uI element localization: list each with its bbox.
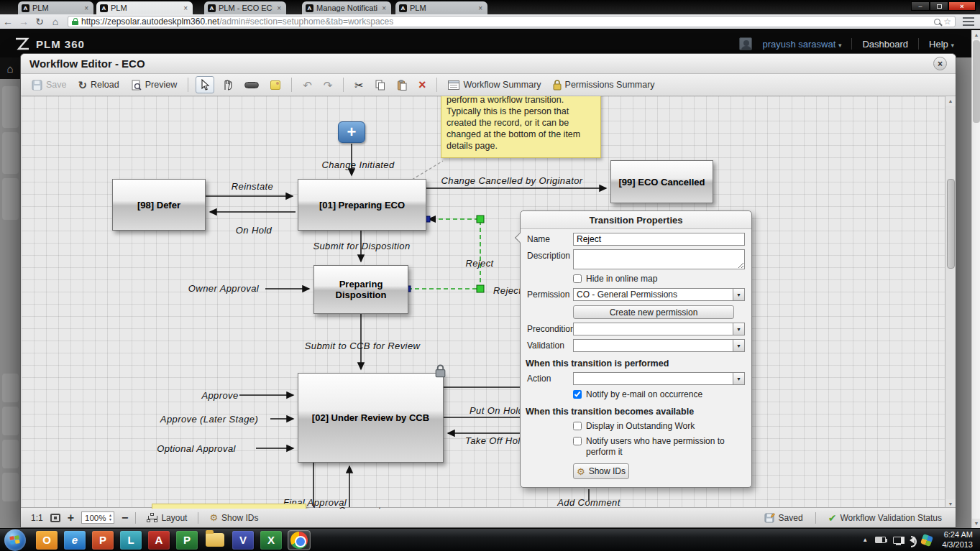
save-button[interactable]: Save <box>28 78 70 93</box>
security-icon[interactable] <box>920 534 933 547</box>
actual-size-button[interactable]: 1:1 <box>31 513 43 523</box>
back-icon[interactable]: ← <box>0 16 16 27</box>
acrobat-icon[interactable]: A <box>148 531 170 550</box>
dropdown-arrow-icon[interactable]: ▼ <box>733 323 744 335</box>
forward-icon[interactable]: → <box>16 16 32 27</box>
sticky-note-bottom[interactable] <box>152 504 306 509</box>
home-nav-icon[interactable]: ⌂ <box>0 57 20 79</box>
cut-button[interactable]: ✂ <box>351 78 367 93</box>
delete-button[interactable]: × <box>415 76 430 93</box>
tab-close-icon[interactable]: × <box>477 4 484 12</box>
zoom-out-button[interactable]: − <box>122 511 128 524</box>
state-node-defer[interactable]: [98] Defer <box>112 179 206 231</box>
workflow-canvas[interactable]: perform a workflow transition. Typically… <box>22 96 945 509</box>
transition-label-reject[interactable]: Reject <box>465 258 493 269</box>
state-node-preparing-eco[interactable]: [01] Preparing ECO <box>298 179 426 231</box>
user-avatar[interactable] <box>739 37 752 50</box>
workflow-summary-button[interactable]: Workflow Summary <box>444 78 544 92</box>
browser-tab-2-active[interactable]: A PLM × <box>96 1 193 14</box>
add-note-button[interactable] <box>267 78 284 92</box>
permissions-summary-button[interactable]: Permissions Summary <box>549 78 659 93</box>
browser-tab-5[interactable]: A PLM × <box>395 1 487 14</box>
fit-to-screen-icon[interactable] <box>50 514 60 522</box>
powerpoint-icon[interactable]: P <box>92 531 114 550</box>
transition-label-put-on-hold[interactable]: Put On Hold <box>470 405 523 416</box>
browser-tab-3[interactable]: A PLM - ECO ECO-000 × <box>204 1 286 14</box>
user-menu[interactable]: prayush saraswat ▾ <box>762 39 841 50</box>
state-node-under-review-ccb[interactable]: [02] Under Review by CCB <box>298 373 444 463</box>
lync-icon[interactable]: L <box>120 531 142 550</box>
transition-label-approve-later[interactable]: Approve (Later Stage) <box>160 414 258 425</box>
preview-button[interactable]: Preview <box>127 78 180 93</box>
browser-tab-1[interactable]: A PLM × <box>18 1 93 14</box>
window-restore-button[interactable] <box>930 1 948 11</box>
transition-label-change-cancelled[interactable]: Change Cancelled by Originator <box>441 175 583 186</box>
home-icon[interactable]: ⌂ <box>47 16 63 27</box>
bookmark-star-icon[interactable]: ☆ <box>943 17 951 27</box>
transition-label-approve[interactable]: Approve <box>201 390 238 401</box>
taskbar-clock[interactable]: 6:24 AM 4/3/2013 <box>942 530 973 550</box>
add-start-state-button[interactable]: + <box>338 121 365 143</box>
transition-label-reject-2[interactable]: Reject <box>493 285 521 296</box>
dialog-close-button[interactable]: × <box>933 57 947 70</box>
visio-icon[interactable]: V <box>232 531 254 550</box>
state-node-eco-cancelled[interactable]: [99] ECO Cancelled <box>610 160 713 203</box>
copy-button[interactable] <box>372 78 389 93</box>
tab-close-icon[interactable]: × <box>83 4 90 12</box>
zoom-search-icon[interactable] <box>934 19 940 25</box>
action-select[interactable]: ▼ <box>573 372 745 385</box>
transition-label-change-initiated[interactable]: Change Initiated <box>321 159 394 170</box>
transition-label-on-hold[interactable]: On Hold <box>236 225 273 236</box>
canvas-scrollbar[interactable]: ▲ ▼ <box>945 96 956 509</box>
dropdown-arrow-icon[interactable]: ▼ <box>733 340 744 351</box>
excel-icon[interactable]: X <box>260 531 282 550</box>
workflow-validation-status[interactable]: ✔ Workflow Validation Status <box>825 510 945 526</box>
browser-menu-icon[interactable] <box>963 17 974 26</box>
tab-close-icon[interactable]: × <box>380 4 388 12</box>
tab-close-icon[interactable]: × <box>182 4 189 12</box>
zoom-in-button[interactable]: + <box>68 511 74 524</box>
page-scroll-thumb[interactable] <box>973 40 980 123</box>
transition-label-comment[interactable]: Comment <box>338 505 380 509</box>
validation-select[interactable]: ▼ <box>573 339 745 352</box>
dropdown-arrow-icon[interactable]: ▼ <box>733 289 744 300</box>
paste-button[interactable] <box>393 78 411 93</box>
undo-button[interactable]: ↶ <box>299 78 316 93</box>
pan-tool-button[interactable] <box>219 77 237 93</box>
tray-expand-icon[interactable]: ▲ <box>862 537 868 543</box>
start-button[interactable] <box>4 529 26 551</box>
scroll-down-icon[interactable]: ▼ <box>972 519 980 528</box>
add-state-button[interactable] <box>241 80 262 91</box>
plm-brand[interactable]: PLM 360 <box>14 37 85 51</box>
canvas-scroll-up-icon[interactable]: ▲ <box>945 96 956 106</box>
redo-button[interactable]: ↷ <box>320 78 336 93</box>
browser-tab-4[interactable]: A Manage Notification × <box>302 1 391 14</box>
transition-label-submit-ccb[interactable]: Submit to CCB for Review <box>305 341 421 351</box>
name-input[interactable] <box>573 233 745 246</box>
transition-label-take-off-hold[interactable]: Take Off Hold <box>465 435 526 446</box>
transition-label-reinstate[interactable]: Reinstate <box>232 181 274 192</box>
precondition-select[interactable]: ▼ <box>573 323 745 335</box>
notify-users-checkbox[interactable] <box>573 437 582 445</box>
reload-icon[interactable]: ↻ <box>32 16 47 27</box>
create-permission-button[interactable]: Create new permission <box>573 305 734 319</box>
dashboard-link[interactable]: Dashboard <box>862 39 908 50</box>
page-scrollbar[interactable]: ▲ ▼ <box>971 30 980 528</box>
address-bar[interactable]: https://zepsolar.autodeskplm360.net/admi… <box>68 16 956 27</box>
project-icon[interactable]: P <box>176 531 198 550</box>
display-outstanding-checkbox[interactable] <box>573 422 582 430</box>
show-ids-button[interactable]: ⚙ Show IDs <box>573 463 629 479</box>
file-explorer-icon[interactable] <box>204 531 226 550</box>
transition-label-add-comment[interactable]: Add Comment <box>557 497 620 508</box>
internet-explorer-icon[interactable]: e <box>64 531 86 550</box>
zoom-spinner[interactable]: ▲▼ <box>109 514 114 522</box>
description-input[interactable] <box>573 249 745 269</box>
transition-label-optional-approval[interactable]: Optional Approval <box>157 443 236 454</box>
notify-email-checkbox[interactable] <box>573 390 582 399</box>
transition-label-submit-disposition[interactable]: Submit for Disposition <box>313 241 410 251</box>
show-ids-toggle[interactable]: ⚙ Show IDs <box>206 510 262 525</box>
outlook-icon[interactable]: O <box>36 531 58 550</box>
permission-select[interactable]: CO - General Permissions ▼ <box>573 288 745 301</box>
window-minimize-button[interactable]: – <box>911 1 930 11</box>
reload-button[interactable]: ↻ Reload <box>75 78 123 93</box>
